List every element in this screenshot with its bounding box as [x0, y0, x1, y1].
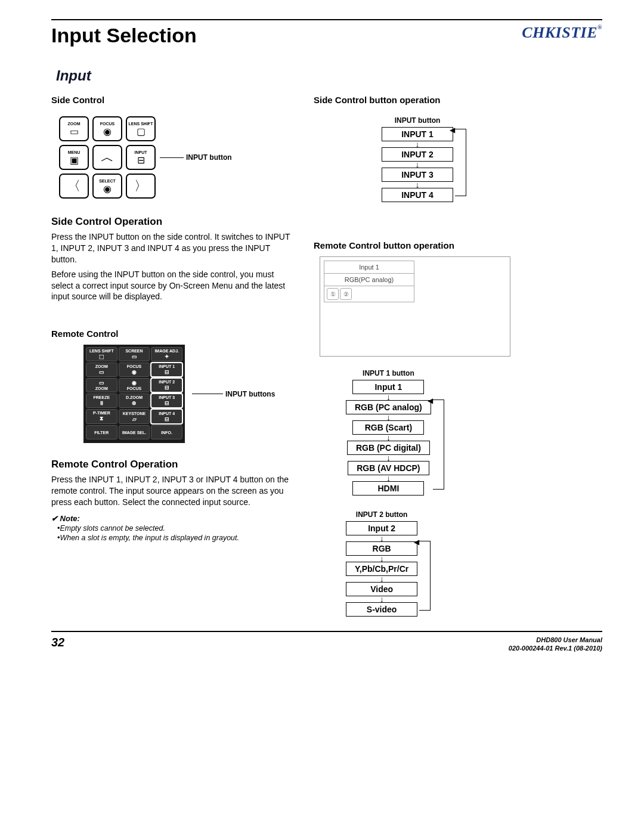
remote-btn: IMAGE ADJ.✦ [151, 347, 182, 361]
osd-icon: ② [340, 288, 352, 300]
remote-input-4: INPUT 4⊟ [151, 409, 182, 424]
flow-box: INPUT 4 [382, 188, 453, 202]
top-rule [51, 19, 602, 20]
input2-cycle-flow: INPUT 2 button Input 2 ↓ RGB ↓ Y,Pb/Cb,P… [346, 510, 417, 617]
zoom-button: ZOOM▭ [59, 116, 89, 141]
lens-shift-button: LENS SHIFT▢ [126, 116, 156, 141]
note-item: •When a slot is empty, the input is disp… [57, 534, 296, 542]
input-button-callout: INPUT button [186, 153, 232, 162]
remote-btn: INFO. [151, 425, 182, 439]
left-button: 〈 [59, 174, 89, 199]
remote-control-heading: Remote Control [51, 329, 296, 339]
page-number: 32 [51, 636, 64, 649]
focus-button: FOCUS◉ [92, 116, 122, 141]
remote-btn: ZOOM▭ [86, 363, 117, 377]
note-item: •Empty slots cannot be selected. [57, 524, 296, 532]
input-button: INPUT⊟ [126, 145, 156, 170]
flow-box: S-video [346, 602, 417, 617]
footer-rule [51, 631, 602, 632]
remote-btn: D.ZOOM⊕ [119, 394, 150, 408]
remote-btn: FILTER [86, 425, 117, 439]
side-op-paragraph-2: Before using the INPUT button on the sid… [51, 269, 296, 303]
side-control-panel: ZOOM▭ FOCUS◉ LENS SHIFT▢ MENU▣ ︿ INPUT⊟ … [57, 114, 232, 200]
remote-btn: FREEZE⏸ [86, 394, 117, 408]
side-op-paragraph-1: Press the INPUT button on the side contr… [51, 231, 296, 265]
remote-btn: P-TIMER⧗ [86, 409, 117, 424]
remote-btn: IMAGE SEL. [119, 425, 150, 439]
flow-box: HDMI [352, 481, 424, 496]
remote-btn: FOCUS◉ [119, 363, 150, 377]
remote-input-1: INPUT 1⊟ [151, 363, 182, 377]
remote-control-button-operation-heading: Remote Control button operation [314, 240, 564, 250]
side-control-button-operation-heading: Side Control button operation [314, 95, 564, 105]
remote-btn: LENS SHIFT⬚ [86, 347, 117, 361]
osd-preview: Input 1 RGB(PC analog) ① ② [320, 256, 510, 357]
document-info: DHD800 User Manual 020-000244-01 Rev.1 (… [509, 636, 602, 653]
section-title: Input Selection [51, 24, 602, 47]
osd-source-label: RGB(PC analog) [324, 274, 414, 286]
subsection-title: Input [56, 67, 602, 84]
remote-control-operation-heading: Remote Control Operation [51, 459, 296, 470]
remote-btn: ◉FOCUS [119, 378, 150, 392]
right-button: 〉 [126, 174, 156, 199]
brand-logo: CHKISTIE® [522, 24, 602, 42]
remote-op-paragraph: Press the INPUT 1, INPUT 2, INPUT 3 or I… [51, 474, 296, 508]
remote-btn: SCREEN▭ [119, 347, 150, 361]
side-control-operation-heading: Side Control Operation [51, 216, 296, 228]
side-control-heading: Side Control [51, 95, 296, 105]
input-buttons-callout: INPUT buttons [225, 390, 275, 398]
remote-input-3: INPUT 3⊟ [151, 394, 182, 408]
remote-btn: KEYSTONE▱ [119, 409, 150, 424]
osd-input-label: Input 1 [324, 261, 414, 274]
input-cycle-flow: INPUT button INPUT 1 ↓ INPUT 2 ↓ INPUT 3… [382, 116, 453, 202]
remote-btn: ▭ZOOM [86, 378, 117, 392]
remote-control-image: LENS SHIFT⬚ SCREEN▭ IMAGE ADJ.✦ ZOOM▭ FO… [83, 345, 185, 443]
input1-cycle-flow: INPUT 1 button Input 1 ↓ RGB (PC analog)… [346, 369, 431, 496]
select-button: SELECT◉ [92, 174, 122, 199]
up-button: ︿ [92, 145, 122, 170]
menu-button: MENU▣ [59, 145, 89, 170]
remote-input-2: INPUT 2⊟ [151, 378, 182, 392]
note-heading: ✔ Note: [51, 514, 296, 523]
osd-icon: ① [327, 288, 339, 300]
